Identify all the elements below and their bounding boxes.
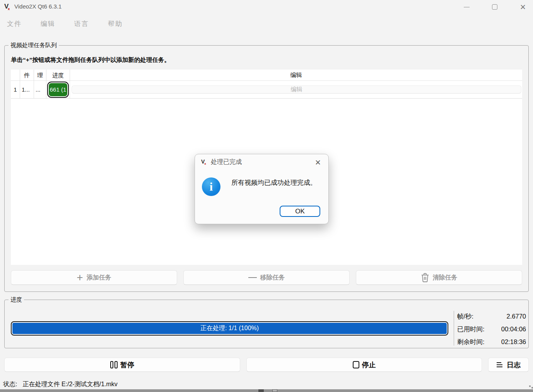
dialog-message: 所有视频均已成功处理完成。 — [231, 178, 317, 187]
info-icon: i — [202, 177, 220, 196]
maximize-button[interactable] — [486, 0, 504, 14]
dialog-close-button[interactable]: ✕ — [313, 157, 323, 167]
pause-icon — [110, 361, 118, 368]
dialog-ok-button[interactable]: OK — [280, 206, 320, 217]
row-progress-cell: 661 (1 — [46, 81, 70, 98]
row-edit-button[interactable]: 编辑 — [72, 85, 521, 94]
menu-help[interactable]: 帮助 — [108, 19, 125, 28]
progress-stats: 帧/秒: 2.6770 已用时间: 00:04:06 剩余时间: 02:18:3… — [457, 310, 526, 348]
row-progress-bar: 661 (1 — [47, 82, 69, 98]
log-label: 日志 — [507, 360, 521, 370]
trash-icon — [421, 273, 429, 282]
add-task-label: 添加任务 — [87, 274, 111, 282]
menu-file[interactable]: 文件 — [7, 19, 24, 28]
row-index: 1 — [11, 81, 20, 98]
taskbar-icon-fragment — [272, 389, 277, 392]
window-title: Video2X Qt6 6.3.1 — [14, 3, 62, 10]
header-edit[interactable]: 编辑 — [70, 72, 522, 79]
plus-icon: + — [77, 274, 83, 281]
progress-group-title: 进度 — [9, 296, 24, 303]
menu-bar: 文件 编辑 语言 帮助 — [7, 19, 142, 28]
stat-remaining-label: 剩余时间: — [457, 338, 485, 346]
stats-divider — [454, 311, 454, 346]
clear-task-button[interactable]: 清除任务 — [356, 270, 522, 285]
taskbar-edge — [0, 389, 533, 392]
log-button[interactable]: 日志 — [488, 358, 529, 372]
maximize-icon — [492, 4, 497, 10]
stat-fps-label: 帧/秒: — [457, 312, 473, 321]
stop-button[interactable]: 停止 — [246, 358, 482, 372]
queue-instruction-text: 单击“+”按钮或将文件拖到任务队列中以添加新的处理任务。 — [11, 56, 170, 64]
row-filename: 1... — [20, 81, 34, 98]
add-task-button[interactable]: + 添加任务 — [11, 270, 177, 285]
stat-elapsed-label: 已用时间: — [457, 325, 485, 334]
taskbar-pixel — [531, 387, 533, 389]
row-progress-text: 661 (1 — [49, 83, 67, 96]
minimize-button[interactable] — [458, 0, 475, 14]
header-progress[interactable]: 进度 — [46, 70, 70, 81]
title-bar: Vx Video2X Qt6 6.3.1 ✕ — [0, 0, 533, 14]
row-processor: ... — [34, 81, 46, 98]
task-queue-group-title: 视频处理任务队列 — [9, 42, 59, 49]
completion-dialog: Vx 处理已完成 ✕ i 所有视频均已成功处理完成。 OK — [195, 154, 329, 224]
table-row[interactable]: 1 1... ... 661 (1 编辑 — [11, 81, 522, 99]
minimize-icon — [464, 7, 470, 7]
remove-task-button[interactable]: 移除任务 — [183, 270, 350, 285]
close-icon: ✕ — [520, 3, 526, 12]
task-button-row: + 添加任务 移除任务 清除任务 — [11, 270, 522, 285]
remove-task-label: 移除任务 — [260, 274, 285, 282]
stat-remaining: 剩余时间: 02:18:36 — [457, 336, 526, 348]
stat-fps-value: 2.6770 — [507, 313, 526, 320]
status-bar: 状态: 正在处理文件 E:/2-测试文档/1.mkv — [3, 380, 118, 389]
taskbar-pixel — [529, 385, 531, 387]
status-label: 状态: — [3, 380, 17, 389]
row-edit-cell: 编辑 — [70, 81, 522, 98]
log-icon — [496, 361, 504, 368]
stat-elapsed: 已用时间: 00:04:06 — [457, 323, 526, 336]
video2x-logo-icon: Vx — [4, 3, 14, 10]
overall-progress-bar: 正在处理: 1/1 (100%) — [11, 321, 448, 336]
table-header-row: 件 理 进度 编辑 — [11, 70, 522, 81]
header-filename[interactable]: 件 — [20, 70, 34, 81]
dialog-title-bar: Vx 处理已完成 ✕ — [195, 154, 328, 170]
progress-groupbox: 进度 正在处理: 1/1 (100%) 帧/秒: 2.6770 已用时间: 00… — [4, 300, 529, 348]
close-button[interactable]: ✕ — [514, 0, 532, 14]
dialog-title: 处理已完成 — [211, 158, 242, 166]
stat-remaining-value: 02:18:36 — [501, 338, 526, 346]
dialog-video2x-logo-icon: Vx — [201, 159, 207, 165]
minus-icon — [248, 277, 257, 278]
menu-edit[interactable]: 编辑 — [41, 19, 58, 28]
stat-elapsed-value: 00:04:06 — [501, 326, 526, 333]
pause-label: 暂停 — [120, 360, 134, 370]
status-text: 正在处理文件 E:/2-测试文档/1.mkv — [22, 380, 117, 389]
menu-language[interactable]: 语言 — [74, 19, 91, 28]
pause-button[interactable]: 暂停 — [4, 358, 240, 372]
stat-fps: 帧/秒: 2.6770 — [457, 310, 526, 323]
dialog-close-icon: ✕ — [315, 158, 321, 167]
overall-progress-fill: 正在处理: 1/1 (100%) — [12, 323, 447, 334]
stop-icon — [353, 361, 359, 368]
clear-task-label: 清除任务 — [433, 274, 458, 282]
taskbar-icon-fragment — [258, 389, 264, 392]
stop-label: 停止 — [362, 360, 376, 370]
header-index[interactable] — [11, 70, 20, 81]
header-processor[interactable]: 理 — [34, 70, 46, 81]
overall-progress-text: 正在处理: 1/1 (100%) — [200, 324, 259, 332]
